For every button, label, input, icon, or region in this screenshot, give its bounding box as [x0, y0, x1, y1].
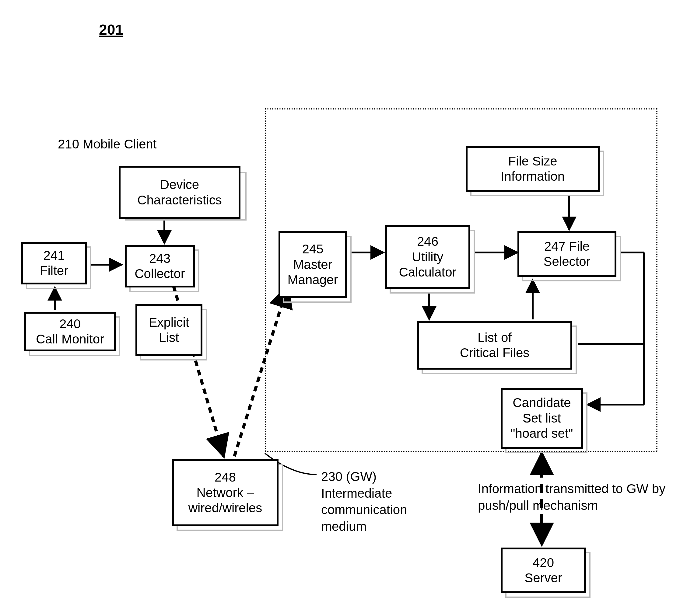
explicit-list-box: Explicit List [135, 304, 202, 356]
master-manager-box: 245 Master Manager [279, 231, 347, 298]
file-size-info-box: File Size Information [466, 146, 600, 192]
candidate-set-box: Candidate Set list "hoard set" [501, 388, 583, 449]
diagram-canvas: 201 210 Mobile Client [0, 0, 687, 616]
figure-number: 201 [99, 21, 123, 38]
utility-calculator-box: 246 Utility Calculator [385, 225, 470, 289]
device-characteristics-box: Device Characteristics [119, 166, 240, 219]
mobile-client-label: 210 Mobile Client [58, 137, 157, 152]
server-box: 420 Server [501, 548, 586, 593]
critical-files-box: List of Critical Files [417, 321, 572, 370]
info-transmitted-label: Information transmitted to GW by push/pu… [478, 481, 665, 514]
collector-box: 243 Collector [125, 245, 195, 287]
filter-box: 241 Filter [21, 242, 87, 284]
network-box: 248 Network – wired/wireles [172, 459, 279, 526]
gw-label: 230 (GW) Intermediate communication medi… [321, 468, 407, 535]
call-monitor-box: 240 Call Monitor [24, 312, 116, 351]
file-selector-box: 247 File Selector [517, 231, 616, 277]
